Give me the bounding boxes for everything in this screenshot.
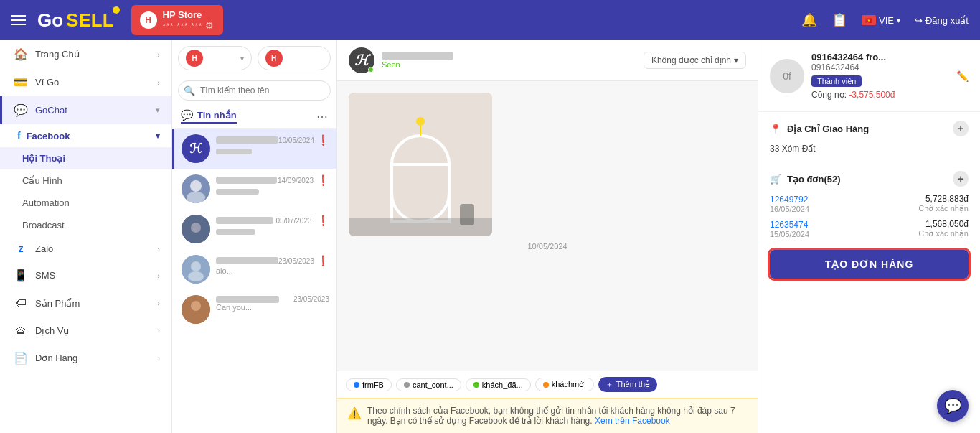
member-badge[interactable]: Thành viên xyxy=(811,75,862,87)
notification-icon[interactable]: 🔔 xyxy=(801,12,817,28)
sidebar-sub-broadcast[interactable]: Broadcast xyxy=(0,214,171,236)
chat-header: ℋ Seen Không được chỉ định ▾ xyxy=(337,40,758,81)
svg-point-8 xyxy=(191,301,201,311)
header-contact-name xyxy=(382,52,453,60)
tag-chip-khachmoi[interactable]: kháchmới xyxy=(535,378,594,391)
chat-more-options[interactable]: ⋯ xyxy=(316,110,328,124)
sidebar-sub-automation[interactable]: Automation xyxy=(0,192,171,214)
chat-tags: frmFB cant_cont... khách_đã... kháchmới … xyxy=(337,371,758,398)
order-amount: 1,568,050đ xyxy=(918,219,969,229)
sidebar-sub-cau-hinh[interactable]: Cấu Hình xyxy=(0,169,171,192)
customer-phone: 0916432464 xyxy=(811,62,895,73)
assign-dropdown[interactable]: Không được chỉ định ▾ xyxy=(644,52,746,69)
tag-chip-frmfb[interactable]: frmFB xyxy=(346,378,392,391)
svg-point-0 xyxy=(190,180,202,192)
avatar xyxy=(182,174,210,203)
header-right-actions: Không được chỉ định ▾ xyxy=(644,52,746,69)
sidebar: 🏠 Trang Chủ › 💳 Ví Go › 💬 GoChat ▾ f Fac… xyxy=(0,40,172,433)
add-address-button[interactable]: + xyxy=(953,121,969,136)
order-link[interactable]: 12635474 xyxy=(770,220,808,230)
svg-point-6 xyxy=(188,271,204,281)
tag-chip-khach-da[interactable]: khách_đã... xyxy=(466,378,531,391)
channel-avatar-1: H xyxy=(186,50,203,67)
hamburger-menu[interactable] xyxy=(11,15,26,25)
customer-avatar: 0f xyxy=(770,59,804,93)
chevron-right-icon: › xyxy=(157,245,160,253)
location-icon: 📍 xyxy=(770,124,781,134)
chat-preview: Can you... xyxy=(216,303,329,312)
chat-name xyxy=(216,136,278,144)
list-item[interactable]: ℋ 10/05/2024 ❗ xyxy=(172,129,336,169)
chat-preview xyxy=(216,229,255,235)
order-status: Chờ xác nhận xyxy=(918,204,969,213)
list-item[interactable]: 23/05/2023 Can you... xyxy=(172,289,336,330)
edit-customer-icon[interactable]: ✏️ xyxy=(956,70,969,82)
sidebar-item-trang-chu[interactable]: 🏠 Trang Chủ › xyxy=(0,40,171,68)
sidebar-item-sms[interactable]: 📱 SMS › xyxy=(0,261,171,289)
tag-add-more[interactable]: ＋ Thêm thẻ xyxy=(598,377,657,392)
orders-list: 12649792 16/05/2024 5,728,883đ Chờ xác n… xyxy=(758,191,980,241)
lang-flag: 🇻🇳 xyxy=(862,15,876,25)
chat-name xyxy=(216,257,278,264)
debt-row: Công nợ: -3,575,500đ xyxy=(811,90,895,100)
warning-icon: ⚠️ xyxy=(347,406,362,420)
unread-indicator: ❗ xyxy=(317,255,329,266)
chat-preview: alo... xyxy=(216,266,329,275)
order-row: 12649792 16/05/2024 5,728,883đ Chờ xác n… xyxy=(770,191,969,216)
search-icon: 🔍 xyxy=(184,85,195,96)
sidebar-item-dich-vu[interactable]: 🛎 Dịch Vụ › xyxy=(0,317,171,344)
unread-indicator: ❗ xyxy=(317,134,329,146)
chat-name xyxy=(216,217,273,224)
avatar xyxy=(182,295,210,324)
avatar: ℋ xyxy=(182,134,210,163)
chat-name xyxy=(216,177,277,184)
sidebar-item-gochat[interactable]: 💬 GoChat ▾ xyxy=(0,96,171,124)
channel-chevron-icon: ▾ xyxy=(240,55,244,62)
store-settings-icon[interactable]: ⚙ xyxy=(205,20,215,31)
unread-indicator: ❗ xyxy=(317,215,329,226)
sidebar-item-zalo[interactable]: Z Zalo › xyxy=(0,236,171,261)
store-selector[interactable]: H HP Store *** *** *** ⚙ xyxy=(131,5,224,35)
add-order-button[interactable]: + xyxy=(953,171,969,187)
address-row: 33 Xóm Đất xyxy=(758,141,980,162)
channel-avatar-2: H xyxy=(265,50,283,67)
clipboard-icon[interactable]: 📋 xyxy=(831,12,847,28)
tab-tin-nhan[interactable]: 💬 Tin nhắn xyxy=(181,109,237,124)
svg-point-13 xyxy=(416,117,425,126)
tag-chip-cant-cont[interactable]: cant_cont... xyxy=(396,378,461,391)
online-status-dot xyxy=(368,67,374,73)
order-date: 15/05/2024 xyxy=(770,230,809,238)
zalo-icon: Z xyxy=(14,245,28,253)
order-icon: 📄 xyxy=(14,351,28,365)
list-item[interactable]: 23/05/2023 ❗ alo... xyxy=(172,249,336,289)
chat-fab-button[interactable]: 💬 xyxy=(937,390,969,422)
tag-dot xyxy=(473,382,479,388)
message-date: 10/05/2024 xyxy=(349,242,746,251)
message-tab-icon: 💬 xyxy=(181,109,193,121)
channel-selector-1[interactable]: H ▾ xyxy=(178,46,252,70)
tag-dot xyxy=(404,382,410,388)
store-name: HP Store xyxy=(163,9,215,20)
facebook-section[interactable]: f Facebook ▾ xyxy=(0,124,171,147)
channel-selector-2[interactable]: H xyxy=(258,46,331,70)
svg-rect-16 xyxy=(460,204,474,225)
order-link[interactable]: 12649792 xyxy=(770,195,808,205)
sidebar-item-vi-go[interactable]: 💳 Ví Go › xyxy=(0,68,171,96)
sidebar-item-san-pham[interactable]: 🏷 Sản Phẩm › xyxy=(0,289,171,317)
sidebar-sub-hoi-thoai[interactable]: Hội Thoại xyxy=(0,147,171,169)
chevron-right-icon: › xyxy=(157,354,160,363)
product-icon: 🏷 xyxy=(14,297,28,309)
list-item[interactable]: 14/09/2023 ❗ xyxy=(172,169,336,209)
sidebar-item-don-hang[interactable]: 📄 Đơn Hàng › xyxy=(0,344,171,372)
order-amount: 5,728,883đ xyxy=(918,194,969,204)
message-image xyxy=(349,93,492,236)
logo[interactable]: Go SELL xyxy=(37,9,114,32)
svg-point-3 xyxy=(191,223,201,233)
language-selector[interactable]: 🇻🇳 VIE ▾ xyxy=(862,15,900,26)
logout-button[interactable]: ↪ Đăng xuất xyxy=(915,15,969,26)
search-input[interactable] xyxy=(178,80,331,101)
list-item[interactable]: 05/07/2023 ❗ xyxy=(172,209,336,249)
warning-link[interactable]: Xem trên Facebook xyxy=(595,416,670,426)
header-avatar: ℋ xyxy=(349,47,374,73)
create-order-button[interactable]: TẠO ĐƠN HÀNG xyxy=(770,250,969,279)
